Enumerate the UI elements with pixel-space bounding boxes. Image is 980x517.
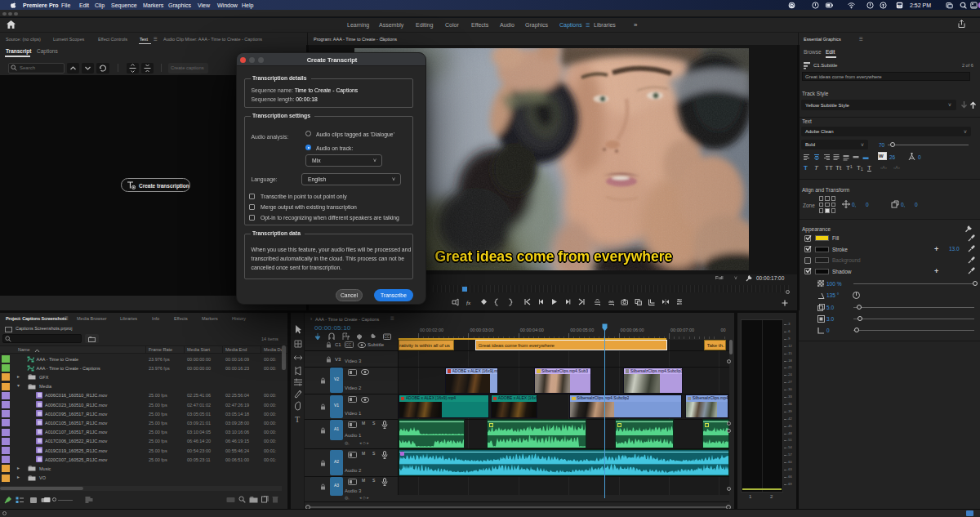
svg-text:25: 25 — [898, 5, 902, 8]
svg-text:fx: fx — [466, 300, 471, 306]
svg-text:CC: CC — [346, 343, 352, 347]
svg-text:T: T — [295, 415, 300, 424]
